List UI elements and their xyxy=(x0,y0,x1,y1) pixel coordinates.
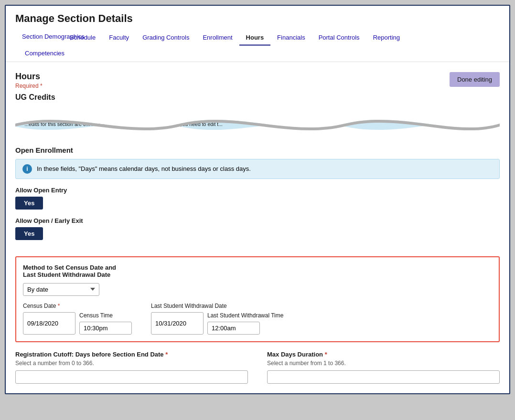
tab-schedule[interactable]: Schedule xyxy=(63,31,102,46)
registration-cutoff-input[interactable] xyxy=(15,370,248,384)
withdrawal-date-time-pair: Last Student Withdrawal Time xyxy=(151,312,283,335)
max-days-input[interactable] xyxy=(267,370,500,384)
allow-open-entry-button[interactable]: Yes xyxy=(15,197,43,210)
page-title: Manage Section Details xyxy=(15,12,500,25)
tab-portal-controls[interactable]: Portal Controls xyxy=(312,31,366,46)
registration-cutoff-req: * xyxy=(165,351,168,358)
cutoff-section: Registration Cutoff: Days before Section… xyxy=(15,351,500,384)
registration-cutoff-sublabel: Select a number from 0 to 366. xyxy=(15,360,248,367)
registration-cutoff-group: Registration Cutoff: Days before Section… xyxy=(15,351,248,384)
wavy-divider: ...edits for this section are c... ...+M… xyxy=(15,110,500,139)
registration-cutoff-label: Registration Cutoff: Days before Section… xyxy=(15,351,248,358)
census-date-input[interactable] xyxy=(23,312,75,335)
withdrawal-time-group: Last Student Withdrawal Time xyxy=(207,312,283,335)
withdrawal-date-group: Last Student Withdrawal Date Last Studen… xyxy=(151,303,283,335)
info-icon: i xyxy=(22,164,32,174)
tab-second-row: Competencies xyxy=(15,46,500,62)
method-select-wrapper: By date By days Manual xyxy=(23,283,492,296)
max-days-sublabel: Select a number from 1 to 366. xyxy=(267,360,500,367)
max-days-req: * xyxy=(325,351,327,358)
withdrawal-time-input[interactable] xyxy=(207,322,260,335)
ug-credits-label: UG Credits xyxy=(15,93,55,102)
allow-open-exit-button[interactable]: Yes xyxy=(15,227,43,240)
census-date-req: * xyxy=(58,303,60,309)
census-date-group: Census Date * Census Time xyxy=(23,303,132,335)
method-select[interactable]: By date By days Manual xyxy=(23,283,99,296)
tab-grading-controls[interactable]: Grading Controls xyxy=(136,31,196,46)
census-time-input[interactable] xyxy=(79,322,132,335)
required-star: * xyxy=(40,83,43,89)
census-box-title: Method to Set Census Date and Last Stude… xyxy=(23,264,492,278)
tab-faculty[interactable]: Faculty xyxy=(102,31,136,46)
census-date-label: Census Date * xyxy=(23,303,132,309)
census-time-group: Census Time xyxy=(79,312,132,335)
tab-competencies[interactable]: Competencies xyxy=(25,48,71,62)
open-enrollment-title: Open Enrollment xyxy=(15,146,500,154)
page-container: Manage Section Details Section Demograph… xyxy=(5,5,510,394)
cutoff-row: Registration Cutoff: Days before Section… xyxy=(15,351,500,384)
hours-title: Hours xyxy=(15,72,55,82)
open-enrollment-section: Open Enrollment i In these fields, "Days… xyxy=(15,146,500,248)
tab-section-demographics[interactable]: Section Demographics xyxy=(15,30,63,46)
census-box: Method to Set Census Date and Last Stude… xyxy=(15,256,500,342)
date-time-row: Census Date * Census Time Last Student W… xyxy=(23,303,492,335)
tab-hours[interactable]: Hours xyxy=(239,31,271,46)
max-days-label: Max Days Duration * xyxy=(267,351,500,358)
census-date-time-pair: Census Time xyxy=(23,312,132,335)
hours-header-row: Hours Required * UG Credits Done editing xyxy=(15,72,500,106)
withdrawal-date-label: Last Student Withdrawal Date xyxy=(151,303,283,309)
withdrawal-time-label: Last Student Withdrawal Time xyxy=(207,312,283,319)
allow-open-entry-label: Allow Open Entry xyxy=(15,187,500,194)
tab-financials[interactable]: Financials xyxy=(270,31,312,46)
info-text: In these fields, "Days" means calendar d… xyxy=(37,165,251,172)
max-days-group: Max Days Duration * Select a number from… xyxy=(267,351,500,384)
tab-reporting[interactable]: Reporting xyxy=(366,31,407,46)
tab-bar: Section Demographics Schedule Faculty Gr… xyxy=(15,30,500,46)
required-label: Required * xyxy=(15,83,55,89)
info-box: i In these fields, "Days" means calendar… xyxy=(15,159,500,179)
done-editing-button[interactable]: Done editing xyxy=(450,72,500,87)
hours-heading-group: Hours Required * UG Credits xyxy=(15,72,55,106)
main-content: Hours Required * UG Credits Done editing… xyxy=(6,62,509,393)
withdrawal-date-input[interactable] xyxy=(151,312,204,335)
tab-enrollment[interactable]: Enrollment xyxy=(196,31,239,46)
census-time-label: Census Time xyxy=(79,312,132,319)
allow-open-exit-label: Allow Open / Early Exit xyxy=(15,217,500,224)
page-header: Manage Section Details Section Demograph… xyxy=(6,6,509,62)
